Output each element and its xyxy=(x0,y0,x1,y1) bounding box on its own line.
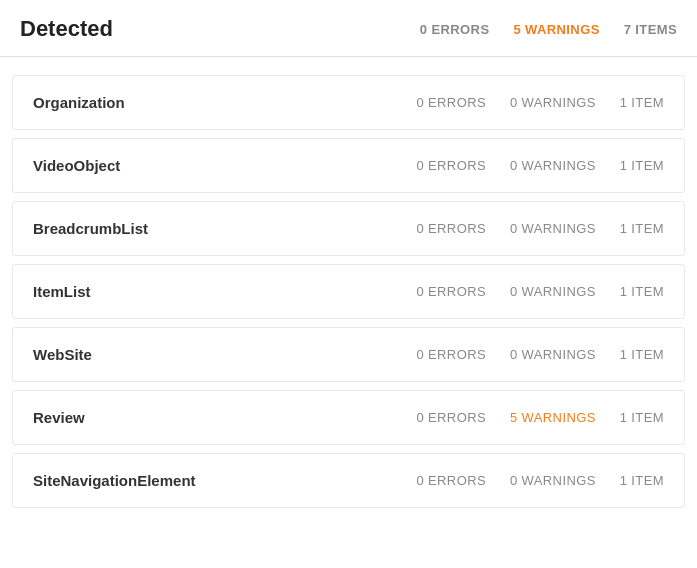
item-warnings: 0 WARNINGS xyxy=(510,347,596,362)
item-warnings: 0 WARNINGS xyxy=(510,284,596,299)
item-errors: 0 ERRORS xyxy=(416,95,486,110)
item-count: 1 ITEM xyxy=(620,473,664,488)
table-row[interactable]: SiteNavigationElement0 ERRORS0 WARNINGS1… xyxy=(12,453,685,508)
item-count: 1 ITEM xyxy=(620,221,664,236)
item-stats: 0 ERRORS5 WARNINGS1 ITEM xyxy=(416,410,664,425)
item-warnings: 0 WARNINGS xyxy=(510,221,596,236)
total-errors-stat: 0 ERRORS xyxy=(420,22,490,37)
table-row[interactable]: Review0 ERRORS5 WARNINGS1 ITEM xyxy=(12,390,685,445)
item-stats: 0 ERRORS0 WARNINGS1 ITEM xyxy=(416,221,664,236)
item-stats: 0 ERRORS0 WARNINGS1 ITEM xyxy=(416,95,664,110)
item-warnings: 0 WARNINGS xyxy=(510,158,596,173)
page-header: Detected 0 ERRORS 5 WARNINGS 7 ITEMS xyxy=(0,0,697,57)
item-errors: 0 ERRORS xyxy=(416,221,486,236)
item-count: 1 ITEM xyxy=(620,347,664,362)
item-name: SiteNavigationElement xyxy=(33,472,196,489)
table-row[interactable]: VideoObject0 ERRORS0 WARNINGS1 ITEM xyxy=(12,138,685,193)
item-count: 1 ITEM xyxy=(620,410,664,425)
item-name: Organization xyxy=(33,94,125,111)
item-errors: 0 ERRORS xyxy=(416,284,486,299)
page-title: Detected xyxy=(20,16,113,42)
item-errors: 0 ERRORS xyxy=(416,347,486,362)
item-count: 1 ITEM xyxy=(620,95,664,110)
table-row[interactable]: ItemList0 ERRORS0 WARNINGS1 ITEM xyxy=(12,264,685,319)
table-row[interactable]: BreadcrumbList0 ERRORS0 WARNINGS1 ITEM xyxy=(12,201,685,256)
item-name: ItemList xyxy=(33,283,91,300)
item-name: BreadcrumbList xyxy=(33,220,148,237)
total-warnings-stat: 5 WARNINGS xyxy=(513,22,599,37)
item-errors: 0 ERRORS xyxy=(416,410,486,425)
item-stats: 0 ERRORS0 WARNINGS1 ITEM xyxy=(416,158,664,173)
item-errors: 0 ERRORS xyxy=(416,473,486,488)
item-errors: 0 ERRORS xyxy=(416,158,486,173)
item-stats: 0 ERRORS0 WARNINGS1 ITEM xyxy=(416,347,664,362)
items-list: Organization0 ERRORS0 WARNINGS1 ITEMVide… xyxy=(0,57,697,526)
item-warnings: 0 WARNINGS xyxy=(510,95,596,110)
item-name: VideoObject xyxy=(33,157,120,174)
item-count: 1 ITEM xyxy=(620,158,664,173)
item-warnings: 5 WARNINGS xyxy=(510,410,596,425)
table-row[interactable]: WebSite0 ERRORS0 WARNINGS1 ITEM xyxy=(12,327,685,382)
header-stats: 0 ERRORS 5 WARNINGS 7 ITEMS xyxy=(420,22,677,37)
item-stats: 0 ERRORS0 WARNINGS1 ITEM xyxy=(416,284,664,299)
table-row[interactable]: Organization0 ERRORS0 WARNINGS1 ITEM xyxy=(12,75,685,130)
item-warnings: 0 WARNINGS xyxy=(510,473,596,488)
item-count: 1 ITEM xyxy=(620,284,664,299)
item-name: Review xyxy=(33,409,85,426)
item-stats: 0 ERRORS0 WARNINGS1 ITEM xyxy=(416,473,664,488)
item-name: WebSite xyxy=(33,346,92,363)
total-items-stat: 7 ITEMS xyxy=(624,22,677,37)
